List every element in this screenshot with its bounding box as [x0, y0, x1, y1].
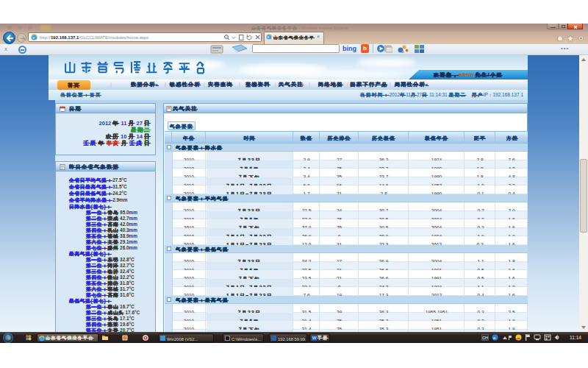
svg-text:e: e: [32, 35, 35, 40]
